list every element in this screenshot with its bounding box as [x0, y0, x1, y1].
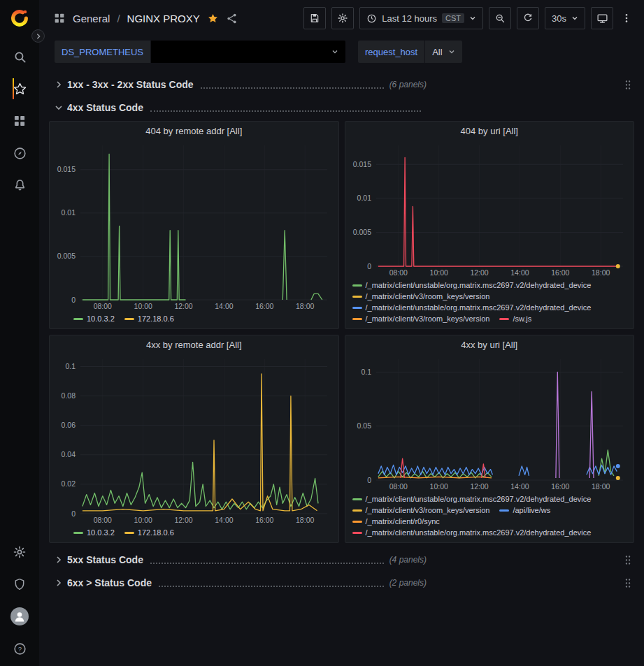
legend-series-label: 172.18.0.6: [138, 313, 174, 324]
panel-header[interactable]: 404 by remote addr [All]: [50, 122, 338, 140]
svg-text:16:00: 16:00: [551, 268, 569, 277]
svg-text:0.01: 0.01: [62, 208, 76, 217]
sidebar-item-explore[interactable]: [13, 137, 27, 169]
panel-title: 4xx by remote addr [All]: [146, 340, 242, 350]
request-host-select[interactable]: All: [425, 41, 461, 63]
save-dashboard-button[interactable]: [303, 7, 326, 29]
sidebar-item-configuration[interactable]: [0, 536, 39, 568]
legend-series-label: /_matrix/client/r0/sync: [366, 516, 440, 527]
row-6xx-status-code[interactable]: 6xx > Status Code (2 panels): [49, 573, 634, 593]
request-host-value: All: [432, 47, 442, 57]
share-dashboard-button[interactable]: [226, 13, 238, 24]
legend-item[interactable]: /_matrix/client/v3/room_keys/version: [352, 313, 490, 324]
grafana-logo-icon: [9, 8, 30, 29]
time-series-chart[interactable]: 08:0010:0012:0014:0016:0018:0000.020.040…: [51, 354, 334, 525]
svg-text:18:00: 18:00: [592, 268, 610, 277]
help-circle-icon: ?: [13, 642, 27, 656]
kebab-menu-button[interactable]: [619, 7, 634, 29]
legend-item[interactable]: /_matrix/client/unstable/org.matrix.msc2…: [352, 493, 592, 505]
chart-canvas[interactable]: 08:0010:0012:0014:0016:0018:0000.0050.01…: [51, 140, 334, 311]
favorite-star-button[interactable]: [207, 13, 219, 24]
breadcrumb-separator: /: [117, 13, 120, 24]
row-left: 5xx Status Code (4 panels): [49, 554, 427, 565]
chevron-right-icon: [35, 33, 42, 40]
row-4xx-status-code[interactable]: 4xx Status Code: [49, 98, 634, 117]
sidebar-item-starred[interactable]: [13, 73, 27, 105]
sidebar: ?: [0, 0, 39, 666]
svg-text:0.015: 0.015: [57, 165, 76, 173]
variable-label: DS_PROMETHEUS: [55, 41, 150, 63]
drag-handle-icon[interactable]: [624, 578, 634, 588]
svg-text:0.05: 0.05: [357, 421, 371, 430]
svg-text:12:00: 12:00: [174, 516, 192, 524]
variable-request-host: request_host All: [358, 41, 462, 63]
legend-item[interactable]: 172.18.0.6: [124, 313, 174, 324]
legend-series-marker: [352, 284, 362, 287]
legend-item[interactable]: /_matrix/client/unstable/org.matrix.msc2…: [352, 527, 592, 538]
legend-item[interactable]: /_matrix/client/r0/sync: [352, 516, 440, 527]
legend-item[interactable]: /_matrix/client/v3/room_keys/version: [352, 505, 490, 516]
row-5xx-status-code[interactable]: 5xx Status Code (4 panels): [49, 550, 634, 570]
refresh-interval-select[interactable]: 30s: [545, 7, 585, 29]
panel-title: 4xx by uri [All]: [461, 340, 517, 350]
legend-item[interactable]: 172.18.0.6: [124, 527, 174, 538]
sidebar-item-profile[interactable]: [0, 600, 39, 632]
gear-icon: [337, 13, 348, 24]
svg-text:16:00: 16:00: [255, 302, 273, 310]
legend-series-label: /_matrix/client/unstable/org.matrix.msc2…: [366, 527, 592, 538]
svg-text:0.02: 0.02: [62, 479, 76, 488]
legend-item[interactable]: /_matrix/client/unstable/org.matrix.msc2…: [352, 302, 592, 313]
legend-item[interactable]: /sw.js: [499, 313, 531, 324]
time-series-chart[interactable]: 08:0010:0012:0014:0016:0018:0000.0050.01…: [347, 140, 630, 277]
time-series-chart[interactable]: 08:0010:0012:0014:0016:0018:0000.050.1: [347, 354, 630, 491]
chart-canvas[interactable]: 08:0010:0012:0014:0016:0018:0000.050.1: [347, 354, 630, 491]
user-icon: [13, 609, 27, 623]
time-series-chart[interactable]: 08:0010:0012:0014:0016:0018:0000.0050.01…: [51, 140, 334, 311]
legend-series-marker: [73, 532, 83, 534]
panels-grid: 404 by remote addr [All] 08:0010:0012:00…: [49, 121, 634, 543]
refresh-icon: [522, 13, 534, 24]
chart-canvas[interactable]: 08:0010:0012:0014:0016:0018:0000.020.040…: [51, 354, 334, 525]
svg-text:14:00: 14:00: [510, 268, 529, 277]
legend-item[interactable]: /_matrix/client/unstable/org.matrix.msc2…: [352, 280, 592, 291]
svg-text:18:00: 18:00: [592, 482, 610, 491]
drag-handle-icon[interactable]: [624, 555, 634, 565]
row-1xx-3xx-2xx-status-code[interactable]: 1xx - 3xx - 2xx Status Code (6 panels): [49, 75, 634, 94]
legend-series-marker: [499, 318, 509, 320]
tv-mode-button[interactable]: [591, 7, 613, 29]
breadcrumb-dashboard-title[interactable]: NGINX PROXY: [127, 13, 200, 24]
chart-canvas[interactable]: 08:0010:0012:0014:0016:0018:0000.0050.01…: [347, 140, 630, 277]
sidebar-item-help[interactable]: ?: [0, 632, 39, 665]
legend-item[interactable]: /api/live/ws: [499, 505, 550, 516]
sidebar-item-dashboards[interactable]: [13, 105, 27, 137]
sidebar-item-alerting[interactable]: [13, 169, 27, 201]
panel-body: 08:0010:0012:0014:0016:0018:0000.050.1 /…: [345, 354, 634, 542]
legend-item[interactable]: 10.0.3.2: [73, 313, 115, 324]
svg-text:12:00: 12:00: [174, 302, 192, 310]
zoom-out-button[interactable]: [489, 7, 511, 29]
time-range-picker[interactable]: Last 12 hours CST: [359, 7, 483, 29]
panel-title: 404 by uri [All]: [461, 126, 518, 136]
panel-header[interactable]: 4xx by uri [All]: [345, 335, 634, 354]
breadcrumb-folder[interactable]: General: [73, 13, 110, 24]
panel-header[interactable]: 404 by uri [All]: [345, 122, 634, 140]
legend-series-marker: [499, 509, 509, 512]
legend-series-marker: [352, 296, 362, 298]
panel-header[interactable]: 4xx by remote addr [All]: [50, 335, 338, 354]
legend-item[interactable]: /_matrix/client/v3/room_keys/version: [352, 291, 490, 302]
legend-series-marker: [352, 509, 362, 512]
share-icon: [226, 13, 238, 24]
refresh-button[interactable]: [517, 7, 539, 29]
drag-handle-icon[interactable]: [624, 80, 634, 90]
legend-item[interactable]: 10.0.3.2: [73, 527, 115, 538]
dashboards-grid-icon: [13, 114, 27, 128]
legend-series-label: /api/live/ws: [513, 505, 550, 516]
sidebar-item-server-admin[interactable]: [0, 568, 39, 600]
row-title: 4xx Status Code: [67, 102, 143, 113]
sidebar-item-search[interactable]: [13, 41, 27, 73]
datasource-select[interactable]: [151, 41, 345, 63]
panel-body: 08:0010:0012:0014:0016:0018:0000.0050.01…: [50, 140, 338, 328]
bell-icon: [13, 178, 27, 193]
sidebar-expand-button[interactable]: [31, 29, 45, 43]
dashboard-settings-button[interactable]: [331, 7, 354, 29]
